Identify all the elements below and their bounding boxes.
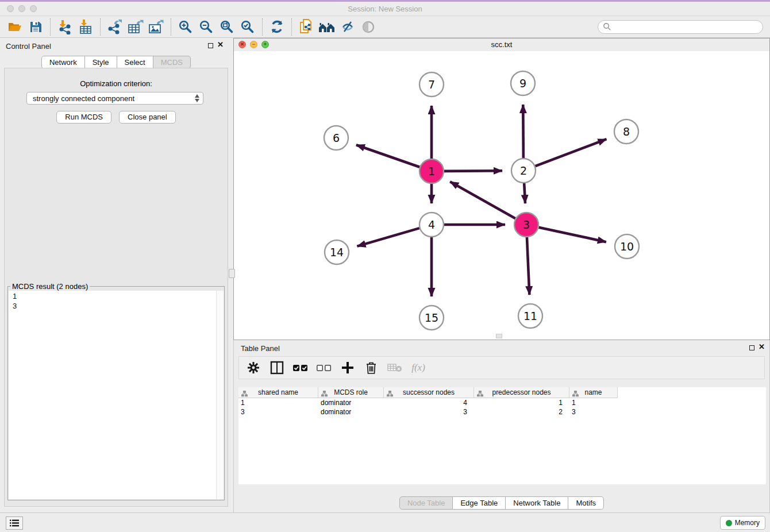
run-mcds-button[interactable]: Run MCDS — [56, 111, 111, 124]
column-header-predecessor-nodes[interactable]: predecessor nodes — [474, 387, 569, 398]
float-table-panel-icon[interactable] — [749, 345, 754, 350]
add-column-icon[interactable] — [340, 360, 355, 375]
clone-network-icon[interactable] — [296, 18, 317, 36]
graph-node-6[interactable]: 6 — [324, 126, 348, 150]
close-table-panel-icon[interactable]: ✕ — [759, 343, 765, 351]
import-table-icon[interactable] — [75, 18, 96, 36]
select-all-columns-icon[interactable] — [293, 360, 308, 375]
export-table-icon[interactable] — [125, 18, 146, 36]
deselect-all-columns-icon[interactable] — [317, 360, 332, 375]
graph-node-1[interactable]: 1 — [419, 159, 444, 183]
graph-edge-1-6[interactable] — [356, 145, 419, 167]
search-input[interactable] — [611, 22, 763, 32]
graph-node-10[interactable]: 10 — [615, 234, 639, 259]
toolbar-separator — [171, 18, 171, 36]
search-field[interactable] — [598, 20, 763, 34]
tab-network[interactable]: Network — [41, 56, 85, 69]
svg-text:14: 14 — [330, 246, 344, 259]
svg-text:11: 11 — [523, 310, 537, 322]
zoom-in-icon[interactable] — [175, 18, 196, 36]
float-panel-icon[interactable] — [208, 43, 213, 48]
import-network-icon[interactable] — [55, 18, 75, 36]
panel-splitter-grip[interactable] — [229, 269, 235, 278]
table-row: 3dominator323 — [238, 407, 766, 417]
apply-layout-icon[interactable] — [267, 18, 287, 36]
tab-motifs[interactable]: Motifs — [568, 496, 604, 510]
svg-text:7: 7 — [428, 78, 435, 91]
save-session-icon[interactable] — [25, 18, 46, 36]
svg-text:15: 15 — [425, 311, 438, 324]
graph-edge-1-2[interactable] — [444, 171, 502, 171]
tab-style[interactable]: Style — [85, 56, 117, 69]
graph-node-14[interactable]: 14 — [325, 240, 349, 264]
export-network-icon[interactable] — [105, 18, 125, 36]
table-cell[interactable]: 1 — [238, 398, 318, 407]
table-cell[interactable]: dominator — [318, 407, 384, 417]
tab-edge-table[interactable]: Edge Table — [453, 496, 506, 510]
table-cell[interactable]: 3 — [384, 407, 474, 417]
graph-node-9[interactable]: 9 — [511, 71, 535, 95]
graph-node-8[interactable]: 8 — [614, 119, 638, 144]
task-history-button[interactable] — [6, 516, 23, 530]
column-header-MCDS-role[interactable]: MCDS role — [318, 387, 384, 398]
table-cell[interactable]: 1 — [474, 398, 569, 407]
zoom-selected-icon[interactable] — [237, 18, 258, 36]
table-cell[interactable]: 4 — [384, 398, 474, 407]
graph-node-3[interactable]: 3 — [514, 213, 538, 237]
network-window: ✕ − + scc.txt 7968124314101511 — [233, 38, 770, 340]
graph-edge-2-8[interactable] — [536, 139, 607, 166]
graph-edge-4-14[interactable] — [357, 228, 419, 246]
graph-node-15[interactable]: 15 — [419, 306, 444, 330]
svg-text:2: 2 — [520, 164, 527, 177]
network-canvas[interactable]: 7968124314101511 — [234, 51, 769, 340]
tab-mcds[interactable]: MCDS — [153, 56, 191, 69]
graph-edge-2-3[interactable] — [524, 183, 525, 203]
graph-node-11[interactable]: 11 — [518, 304, 542, 328]
zoom-fit-icon[interactable] — [217, 18, 237, 36]
delete-column-icon[interactable] — [364, 360, 379, 375]
delete-table-icon — [387, 360, 402, 375]
network-window-titlebar[interactable]: ✕ − + scc.txt — [234, 38, 769, 52]
export-image-icon[interactable] — [146, 18, 167, 36]
graph-node-2[interactable]: 2 — [511, 159, 536, 183]
column-header-name[interactable]: name — [569, 387, 618, 398]
table-cell[interactable]: dominator — [318, 398, 384, 407]
table-row: 1dominator411 — [238, 398, 766, 407]
table-cell[interactable]: 3 — [238, 407, 318, 417]
column-settings-icon[interactable] — [246, 360, 261, 375]
memory-button[interactable]: Memory — [720, 516, 765, 530]
split-panel-icon[interactable] — [270, 360, 284, 375]
table-body: 1dominator4113dominator323 — [238, 398, 766, 484]
zoom-out-icon[interactable] — [196, 18, 217, 36]
close-panel-button[interactable]: Close panel — [119, 111, 176, 124]
graph-edge-3-1[interactable] — [450, 182, 515, 218]
reset-view-icon[interactable] — [317, 18, 337, 36]
tab-node-table[interactable]: Node Table — [399, 496, 453, 510]
graph-edge-3-10[interactable] — [538, 228, 606, 242]
tab-select[interactable]: Select — [117, 56, 153, 69]
mcds-result-text: 1 3 — [9, 291, 224, 311]
status-bar: Memory — [0, 512, 770, 532]
list-icon — [10, 519, 19, 527]
column-header-successor-nodes[interactable]: successor nodes — [384, 387, 474, 398]
svg-text:1: 1 — [428, 165, 435, 178]
table-cell[interactable]: 3 — [569, 407, 618, 417]
column-header-shared-name[interactable]: shared name — [238, 387, 318, 398]
criterion-dropdown[interactable]: strongly connected component — [26, 92, 203, 105]
graph-edge-3-11[interactable] — [527, 237, 529, 295]
memory-status-icon — [726, 520, 732, 526]
hide-details-icon[interactable] — [358, 18, 379, 36]
result-scrollbar[interactable] — [216, 291, 224, 499]
graph-edge-2-9[interactable] — [523, 105, 523, 158]
vizmapper-icon[interactable] — [337, 18, 358, 36]
svg-text:9: 9 — [519, 77, 526, 90]
network-title: scc.txt — [234, 40, 769, 49]
graph-node-4[interactable]: 4 — [419, 213, 444, 237]
graph-node-7[interactable]: 7 — [419, 72, 444, 97]
tab-network-table[interactable]: Network Table — [506, 496, 568, 510]
table-cell[interactable]: 2 — [474, 407, 569, 417]
canvas-grip[interactable] — [496, 334, 502, 338]
mcds-result-area[interactable]: 1 3 — [9, 291, 224, 499]
open-session-icon[interactable] — [5, 18, 25, 36]
close-panel-icon[interactable]: ✕ — [217, 41, 224, 49]
